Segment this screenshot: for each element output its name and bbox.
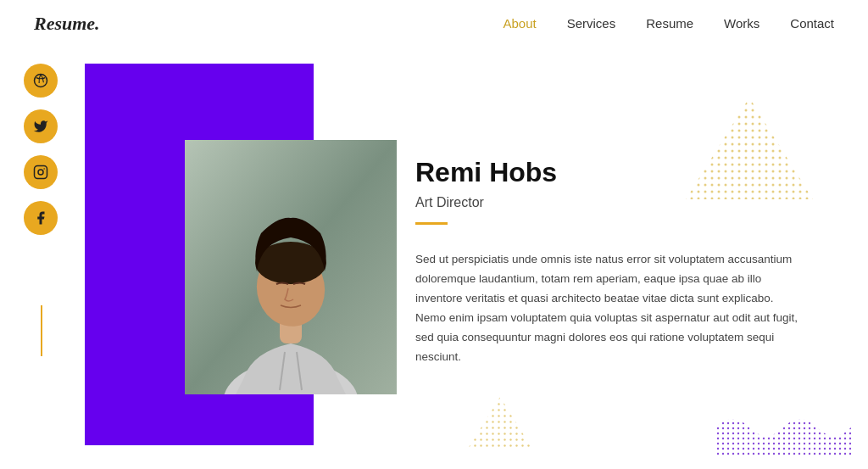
bio-text: Sed ut perspiciatis unde omnis iste natu… <box>415 250 805 367</box>
svg-marker-15 <box>468 397 532 449</box>
nav-resume[interactable]: Resume <box>646 16 693 31</box>
person-name: Remi Hobs <box>415 157 805 188</box>
logo[interactable]: Resume. <box>34 13 100 35</box>
title-underline <box>415 222 448 225</box>
nav-works[interactable]: Works <box>724 16 760 31</box>
svg-rect-17 <box>715 410 851 457</box>
instagram-icon[interactable] <box>24 155 58 189</box>
svg-point-3 <box>43 168 45 170</box>
nav-about[interactable]: About <box>503 16 536 31</box>
decorative-dots-bottom-right <box>715 410 851 461</box>
nav-services[interactable]: Services <box>567 16 616 31</box>
dribbble-icon[interactable] <box>24 64 58 98</box>
person-title: Art Director <box>415 195 805 210</box>
nav: About Services Resume Works Contact <box>503 16 834 31</box>
vertical-divider <box>41 305 42 356</box>
nav-contact[interactable]: Contact <box>790 16 834 31</box>
twitter-icon[interactable] <box>24 109 58 143</box>
facebook-icon[interactable] <box>24 201 58 235</box>
svg-point-0 <box>35 75 47 87</box>
svg-point-2 <box>38 170 43 175</box>
hero-photo <box>185 140 397 394</box>
svg-rect-1 <box>35 166 47 179</box>
hero-content: Remi Hobs Art Director Sed ut perspiciat… <box>415 157 805 367</box>
header: Resume. About Services Resume Works Cont… <box>0 0 868 47</box>
decorative-dots-bottom-mid <box>466 395 534 454</box>
social-sidebar <box>24 64 58 235</box>
